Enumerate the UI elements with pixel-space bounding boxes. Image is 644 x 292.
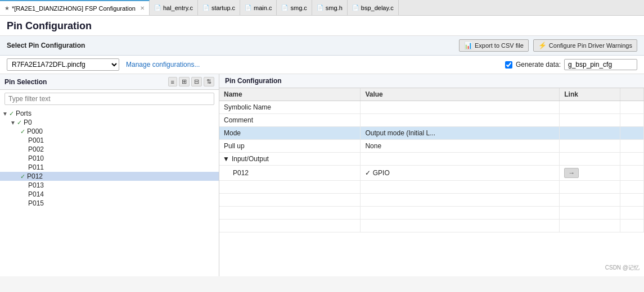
row-value-inputoutput: [361, 153, 560, 166]
tree-item-ports[interactable]: ▼ ✓ Ports: [0, 109, 219, 118]
p013-label: P013: [28, 181, 44, 189]
table-row-empty4: [219, 220, 644, 232]
tree-item-p012[interactable]: ✓ P012: [0, 172, 219, 181]
row-name-comment: Comment: [219, 114, 361, 127]
smg-h-tab-icon: 📄: [317, 4, 323, 11]
export-csv-label: Export to CSV file: [475, 42, 524, 49]
row-name-inputoutput: ▼Input/Output: [219, 153, 361, 166]
pin-configuration-title: Pin Configuration: [219, 74, 644, 88]
tree-item-p013[interactable]: P013: [0, 181, 219, 190]
tree-item-p002[interactable]: P002: [0, 145, 219, 154]
tree-item-p014[interactable]: P014: [0, 190, 219, 199]
tree-item-p011[interactable]: P011: [0, 163, 219, 172]
p010-label: P010: [28, 154, 44, 162]
generate-data-checkbox[interactable]: [505, 61, 512, 69]
select-config-actions: 📊 Export to CSV file ⚡ Configure Pin Dri…: [459, 39, 637, 52]
export-csv-button[interactable]: 📊 Export to CSV file: [459, 39, 529, 52]
p015-label: P015: [28, 199, 44, 207]
table-row-mode: Mode Output mode (Initial L...: [219, 127, 644, 140]
page-title: Pin Configuration: [7, 20, 637, 32]
filter-input[interactable]: [4, 93, 214, 105]
tab-startup-label: startup.c: [211, 4, 235, 11]
config-table-header: Name Value Link: [219, 88, 644, 101]
row-value-pullup: None: [361, 140, 560, 153]
row-value-symbolic: [361, 101, 560, 114]
tree-item-p000[interactable]: ✓ P000: [0, 127, 219, 136]
smg-c-tab-icon: 📄: [281, 4, 288, 11]
p002-label: P002: [28, 145, 44, 153]
table-row-empty1: [219, 181, 644, 194]
tab-smg-c[interactable]: 📄 smg.c: [277, 0, 312, 15]
col-name: Name: [219, 88, 361, 101]
ports-arrow[interactable]: ▼: [2, 111, 8, 117]
tree-item-p015[interactable]: P015: [0, 199, 219, 208]
warnings-icon: ⚡: [538, 42, 547, 49]
hal-tab-icon: 📄: [154, 4, 161, 11]
table-row: Comment: [219, 114, 644, 127]
collapse-all-button[interactable]: ⊟: [191, 77, 202, 86]
tab-startup[interactable]: 📄 startup.c: [198, 0, 240, 15]
tab-fsp[interactable]: ★ *[RA2E1_DIANZIZHONG] FSP Configuration…: [0, 0, 150, 15]
manage-configurations-link[interactable]: Manage configurations...: [126, 61, 200, 69]
tab-bsp[interactable]: 📄 bsp_delay.c: [348, 0, 399, 15]
select-config-bar: Select Pin Configuration 📊 Export to CSV…: [0, 36, 644, 56]
p001-label: P001: [28, 136, 44, 144]
tab-hal-label: hal_entry.c: [163, 4, 193, 11]
p012-check: ✓: [20, 173, 25, 180]
row-link-symbolic: [560, 101, 620, 114]
ports-label: Ports: [16, 110, 31, 117]
col-link: Link: [560, 88, 620, 101]
startup-tab-icon: 📄: [202, 4, 209, 11]
tree-item-p0[interactable]: ▼ ✓ P0: [0, 118, 219, 127]
tree-item-p001[interactable]: P001: [0, 136, 219, 145]
p011-label: P011: [28, 163, 44, 171]
expand-all-button[interactable]: ⊞: [179, 77, 190, 86]
row-name-p012: P012: [219, 166, 361, 181]
sort-button[interactable]: ⇅: [204, 77, 214, 86]
pin-selection-header: Pin Selection ≡ ⊞ ⊟ ⇅: [0, 74, 219, 90]
export-icon: 📊: [464, 42, 472, 49]
pin-selection-panel: Pin Selection ≡ ⊞ ⊟ ⇅ ▼ ✓ Ports ▼: [0, 74, 219, 276]
configure-warnings-label: Configure Pin Driver Warnings: [549, 42, 632, 49]
table-row-pullup: Pull up None: [219, 140, 644, 153]
tab-fsp-close[interactable]: ✕: [140, 5, 145, 11]
select-config-title: Select Pin Configuration: [7, 42, 85, 49]
ports-check: ✓: [9, 110, 14, 117]
p0-label: P0: [24, 118, 32, 126]
pincfg-select[interactable]: R7FA2E1A72DFL.pincfg: [7, 58, 119, 71]
config-row: R7FA2E1A72DFL.pincfg Manage configuratio…: [0, 56, 644, 74]
pin-selection-icons: ≡ ⊞ ⊟ ⇅: [168, 77, 214, 86]
tab-fsp-label: *[RA2E1_DIANZIZHONG] FSP Configuration: [12, 5, 136, 12]
tab-main[interactable]: 📄 main.c: [240, 0, 277, 15]
row-value-mode: Output mode (Initial L...: [361, 127, 560, 140]
bsp-tab-icon: 📄: [352, 4, 359, 11]
row-name-symbolic: Symbolic Name: [219, 101, 361, 114]
page-title-bar: Pin Configuration: [0, 16, 644, 36]
pin-config-table: Name Value Link Symbolic Name: [219, 88, 644, 232]
row-name-pullup: Pull up: [219, 140, 361, 153]
row-name-mode: Mode: [219, 127, 361, 140]
p0-check: ✓: [17, 119, 22, 126]
tab-hal[interactable]: 📄 hal_entry.c: [150, 0, 198, 15]
p0-arrow[interactable]: ▼: [10, 120, 16, 126]
watermark: CSDN @记忆: [605, 264, 640, 272]
p000-check: ✓: [20, 128, 25, 135]
table-row-empty2: [219, 194, 644, 207]
tab-smg-c-label: smg.c: [290, 4, 307, 11]
pin-selection-title: Pin Selection: [4, 78, 47, 86]
pin-tree: ▼ ✓ Ports ▼ ✓ P0 ✓ P000 P001: [0, 108, 219, 276]
main-tab-icon: 📄: [245, 4, 251, 11]
row-link-p012: →: [560, 166, 620, 181]
tab-bsp-label: bsp_delay.c: [361, 4, 394, 11]
tab-main-label: main.c: [254, 4, 272, 11]
pin-configuration-panel: Pin Configuration Name Value Link: [219, 74, 644, 276]
list-view-button[interactable]: ≡: [168, 77, 177, 86]
col-value: Value: [361, 88, 560, 101]
p012-navigate-button[interactable]: →: [564, 168, 579, 178]
generate-data-input[interactable]: [564, 59, 637, 70]
configure-pin-driver-warnings-button[interactable]: ⚡ Configure Pin Driver Warnings: [533, 39, 637, 52]
tab-bar: ★ *[RA2E1_DIANZIZHONG] FSP Configuration…: [0, 0, 644, 16]
tree-item-p010[interactable]: P010: [0, 154, 219, 163]
tab-smg-h[interactable]: 📄 smg.h: [312, 0, 348, 15]
generate-data-label: Generate data:: [516, 61, 561, 69]
